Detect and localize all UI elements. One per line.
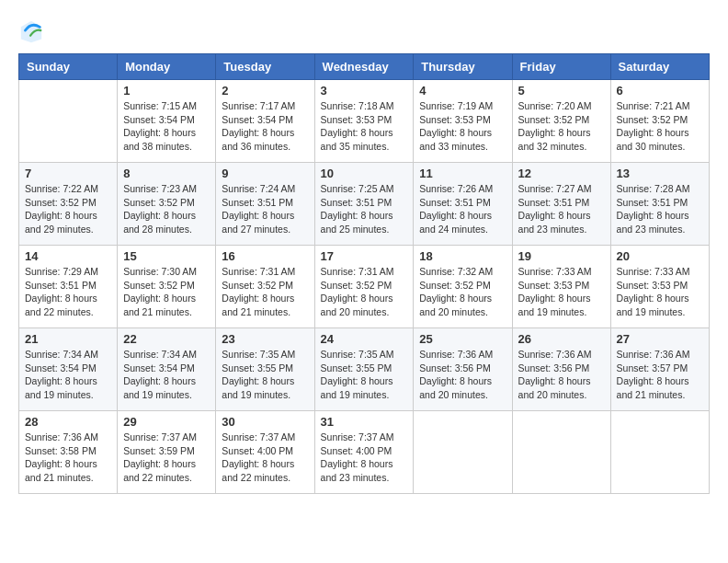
- day-number: 24: [321, 332, 408, 346]
- calendar-cell: 27Sunrise: 7:36 AM Sunset: 3:57 PM Dayli…: [610, 328, 709, 411]
- day-info: Sunrise: 7:24 AM Sunset: 3:51 PM Dayligh…: [222, 182, 308, 236]
- calendar-header-row: SundayMondayTuesdayWednesdayThursdayFrid…: [19, 54, 710, 80]
- day-info: Sunrise: 7:35 AM Sunset: 3:55 PM Dayligh…: [222, 348, 308, 402]
- day-number: 8: [123, 167, 210, 180]
- day-info: Sunrise: 7:27 AM Sunset: 3:51 PM Dayligh…: [518, 182, 605, 236]
- calendar-cell: 26Sunrise: 7:36 AM Sunset: 3:56 PM Dayli…: [512, 328, 610, 411]
- day-info: Sunrise: 7:31 AM Sunset: 3:52 PM Dayligh…: [321, 265, 408, 319]
- day-info: Sunrise: 7:37 AM Sunset: 3:59 PM Dayligh…: [123, 431, 210, 485]
- weekday-header-wednesday: Wednesday: [314, 54, 414, 80]
- day-info: Sunrise: 7:17 AM Sunset: 3:54 PM Dayligh…: [222, 99, 308, 154]
- day-number: 13: [617, 167, 703, 180]
- day-info: Sunrise: 7:20 AM Sunset: 3:52 PM Dayligh…: [518, 99, 605, 154]
- day-info: Sunrise: 7:21 AM Sunset: 3:52 PM Dayligh…: [617, 99, 703, 154]
- calendar-cell: 2Sunrise: 7:17 AM Sunset: 3:54 PM Daylig…: [216, 80, 314, 163]
- day-number: 18: [419, 249, 506, 263]
- calendar-cell: 10Sunrise: 7:25 AM Sunset: 3:51 PM Dayli…: [314, 163, 414, 246]
- day-info: Sunrise: 7:33 AM Sunset: 3:53 PM Dayligh…: [617, 265, 703, 319]
- calendar-cell: 30Sunrise: 7:37 AM Sunset: 4:00 PM Dayli…: [216, 411, 314, 494]
- day-number: 22: [123, 332, 210, 346]
- day-number: 27: [617, 332, 703, 346]
- day-info: Sunrise: 7:25 AM Sunset: 3:51 PM Dayligh…: [321, 182, 408, 236]
- calendar-cell: 5Sunrise: 7:20 AM Sunset: 3:52 PM Daylig…: [512, 80, 610, 163]
- day-number: 10: [321, 167, 408, 180]
- day-info: Sunrise: 7:37 AM Sunset: 4:00 PM Dayligh…: [222, 431, 308, 485]
- day-number: 2: [222, 84, 308, 98]
- day-info: Sunrise: 7:19 AM Sunset: 3:53 PM Dayligh…: [419, 99, 506, 154]
- day-info: Sunrise: 7:36 AM Sunset: 3:56 PM Dayligh…: [518, 348, 605, 402]
- day-number: 28: [25, 415, 111, 429]
- weekday-header-monday: Monday: [118, 54, 216, 80]
- day-info: Sunrise: 7:34 AM Sunset: 3:54 PM Dayligh…: [123, 348, 210, 402]
- calendar-cell: 28Sunrise: 7:36 AM Sunset: 3:58 PM Dayli…: [19, 411, 118, 494]
- day-number: 1: [123, 84, 210, 98]
- day-number: 29: [123, 415, 210, 429]
- day-number: 5: [518, 84, 605, 98]
- calendar-cell: 20Sunrise: 7:33 AM Sunset: 3:53 PM Dayli…: [610, 246, 709, 328]
- day-info: Sunrise: 7:26 AM Sunset: 3:51 PM Dayligh…: [419, 182, 506, 236]
- week-row-3: 14Sunrise: 7:29 AM Sunset: 3:51 PM Dayli…: [19, 246, 710, 328]
- day-info: Sunrise: 7:35 AM Sunset: 3:55 PM Dayligh…: [321, 348, 408, 402]
- calendar-cell: [610, 411, 709, 494]
- logo-icon: [18, 18, 44, 44]
- calendar-cell: [512, 411, 610, 494]
- day-info: Sunrise: 7:15 AM Sunset: 3:54 PM Dayligh…: [123, 99, 210, 154]
- day-number: 23: [222, 332, 308, 346]
- day-number: 6: [617, 84, 703, 98]
- week-row-2: 7Sunrise: 7:22 AM Sunset: 3:52 PM Daylig…: [19, 163, 710, 246]
- day-info: Sunrise: 7:28 AM Sunset: 3:51 PM Dayligh…: [617, 182, 703, 236]
- day-info: Sunrise: 7:18 AM Sunset: 3:53 PM Dayligh…: [321, 99, 408, 154]
- day-info: Sunrise: 7:32 AM Sunset: 3:52 PM Dayligh…: [419, 265, 506, 319]
- day-info: Sunrise: 7:23 AM Sunset: 3:52 PM Dayligh…: [123, 182, 210, 236]
- calendar-cell: 9Sunrise: 7:24 AM Sunset: 3:51 PM Daylig…: [216, 163, 314, 246]
- calendar-cell: 14Sunrise: 7:29 AM Sunset: 3:51 PM Dayli…: [19, 246, 118, 328]
- day-info: Sunrise: 7:34 AM Sunset: 3:54 PM Dayligh…: [25, 348, 111, 402]
- day-number: 21: [25, 332, 111, 346]
- day-number: 17: [321, 249, 408, 263]
- day-number: 30: [222, 415, 308, 429]
- weekday-header-tuesday: Tuesday: [216, 54, 314, 80]
- calendar-cell: 3Sunrise: 7:18 AM Sunset: 3:53 PM Daylig…: [314, 80, 414, 163]
- calendar-cell: 13Sunrise: 7:28 AM Sunset: 3:51 PM Dayli…: [610, 163, 709, 246]
- day-info: Sunrise: 7:37 AM Sunset: 4:00 PM Dayligh…: [321, 431, 408, 485]
- calendar-cell: 17Sunrise: 7:31 AM Sunset: 3:52 PM Dayli…: [314, 246, 414, 328]
- day-number: 15: [123, 249, 210, 263]
- calendar-cell: 1Sunrise: 7:15 AM Sunset: 3:54 PM Daylig…: [118, 80, 216, 163]
- week-row-5: 28Sunrise: 7:36 AM Sunset: 3:58 PM Dayli…: [19, 411, 710, 494]
- day-number: 14: [25, 249, 111, 263]
- week-row-4: 21Sunrise: 7:34 AM Sunset: 3:54 PM Dayli…: [19, 328, 710, 411]
- page-header: [18, 18, 710, 44]
- day-info: Sunrise: 7:22 AM Sunset: 3:52 PM Dayligh…: [25, 182, 111, 236]
- calendar-cell: 18Sunrise: 7:32 AM Sunset: 3:52 PM Dayli…: [414, 246, 512, 328]
- calendar-cell: 6Sunrise: 7:21 AM Sunset: 3:52 PM Daylig…: [610, 80, 709, 163]
- day-info: Sunrise: 7:29 AM Sunset: 3:51 PM Dayligh…: [25, 265, 111, 319]
- day-number: 31: [321, 415, 408, 429]
- day-info: Sunrise: 7:36 AM Sunset: 3:58 PM Dayligh…: [25, 431, 111, 485]
- day-info: Sunrise: 7:36 AM Sunset: 3:56 PM Dayligh…: [419, 348, 506, 402]
- calendar-cell: [414, 411, 512, 494]
- calendar-cell: 23Sunrise: 7:35 AM Sunset: 3:55 PM Dayli…: [216, 328, 314, 411]
- calendar-table: SundayMondayTuesdayWednesdayThursdayFrid…: [18, 53, 710, 494]
- day-number: 11: [419, 167, 506, 180]
- calendar-cell: 25Sunrise: 7:36 AM Sunset: 3:56 PM Dayli…: [414, 328, 512, 411]
- day-number: 7: [25, 167, 111, 180]
- calendar-cell: 21Sunrise: 7:34 AM Sunset: 3:54 PM Dayli…: [19, 328, 118, 411]
- weekday-header-thursday: Thursday: [414, 54, 512, 80]
- weekday-header-friday: Friday: [512, 54, 610, 80]
- calendar-cell: 29Sunrise: 7:37 AM Sunset: 3:59 PM Dayli…: [118, 411, 216, 494]
- calendar-cell: 16Sunrise: 7:31 AM Sunset: 3:52 PM Dayli…: [216, 246, 314, 328]
- day-info: Sunrise: 7:36 AM Sunset: 3:57 PM Dayligh…: [617, 348, 703, 402]
- calendar-cell: [19, 80, 118, 163]
- week-row-1: 1Sunrise: 7:15 AM Sunset: 3:54 PM Daylig…: [19, 80, 710, 163]
- day-number: 16: [222, 249, 308, 263]
- day-number: 25: [419, 332, 506, 346]
- calendar-cell: 11Sunrise: 7:26 AM Sunset: 3:51 PM Dayli…: [414, 163, 512, 246]
- day-info: Sunrise: 7:31 AM Sunset: 3:52 PM Dayligh…: [222, 265, 308, 319]
- day-info: Sunrise: 7:33 AM Sunset: 3:53 PM Dayligh…: [518, 265, 605, 319]
- calendar-cell: 7Sunrise: 7:22 AM Sunset: 3:52 PM Daylig…: [19, 163, 118, 246]
- calendar-cell: 19Sunrise: 7:33 AM Sunset: 3:53 PM Dayli…: [512, 246, 610, 328]
- day-number: 19: [518, 249, 605, 263]
- calendar-cell: 15Sunrise: 7:30 AM Sunset: 3:52 PM Dayli…: [118, 246, 216, 328]
- calendar-cell: 22Sunrise: 7:34 AM Sunset: 3:54 PM Dayli…: [118, 328, 216, 411]
- weekday-header-saturday: Saturday: [610, 54, 709, 80]
